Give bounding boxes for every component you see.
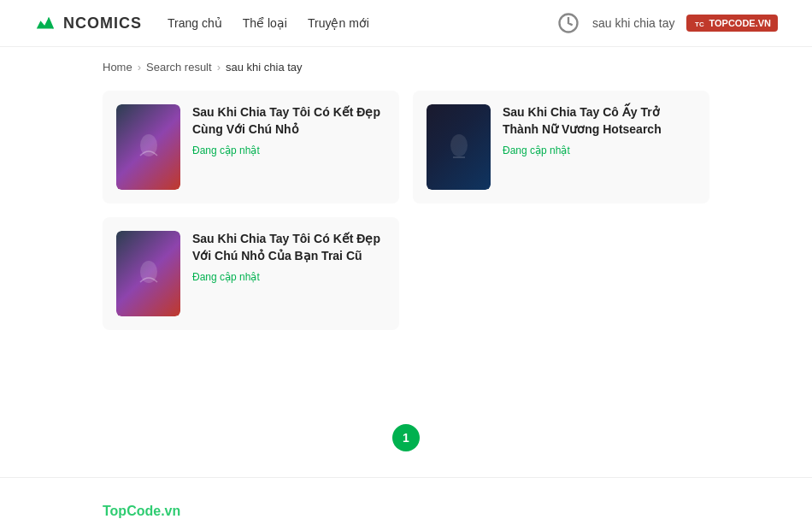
cover-art-2 [446,130,472,164]
result-card-3[interactable]: Sau Khi Chia Tay Tôi Có Kết Đẹp Với Chú … [103,217,399,330]
nav-link-home[interactable]: Trang chủ [168,16,222,30]
topcode-badge[interactable]: TC TOPCODE.VN [686,15,778,32]
card-status-1: Đang cập nhật [192,144,385,156]
logo-text: NCOMICS [63,15,142,32]
result-card-1[interactable]: Sau Khi Chia Tay Tôi Có Kết Đẹp Cùng Với… [103,91,399,203]
logo-link[interactable]: NCOMICS [34,11,142,35]
cover-image-1 [116,104,180,190]
card-status-3: Đang cập nhật [192,271,385,283]
breadcrumb-search-result[interactable]: Search result [146,61,212,74]
main-content: Sau Khi Chia Tay Tôi Có Kết Đẹp Cùng Với… [0,82,812,407]
header-right: sau khi chia tay TC TOPCODE.VN [556,11,778,35]
footer: TopCode.vn © 2024 NComics™. All rights r… [0,477,812,519]
page-button-1[interactable]: 1 [392,424,420,451]
results-grid: Sau Khi Chia Tay Tôi Có Kết Đẹp Cùng Với… [103,91,709,330]
card-cover-3 [116,231,180,316]
card-info-3: Sau Khi Chia Tay Tôi Có Kết Đẹp Với Chú … [192,231,385,283]
breadcrumb-sep-1: › [138,61,141,74]
cover-art-1 [136,130,162,164]
card-info-2: Sau Khi Chia Tay Cô Ấy Trở Thành Nữ Vươn… [503,104,696,156]
nav-item-home[interactable]: Trang chủ [168,16,222,30]
logo-icon [34,11,58,35]
card-status-2: Đang cập nhật [503,144,696,156]
breadcrumb-home[interactable]: Home [103,61,132,74]
history-icon[interactable] [556,11,580,35]
topcode-icon: TC [693,17,705,29]
breadcrumb: Home › Search result › sau khi chia tay [0,47,812,82]
card-title-1: Sau Khi Chia Tay Tôi Có Kết Đẹp Cùng Với… [192,104,385,138]
topcode-label: TOPCODE.VN [709,18,771,28]
card-title-2: Sau Khi Chia Tay Cô Ấy Trở Thành Nữ Vươn… [503,104,696,138]
nav-item-genre[interactable]: Thể loại [243,16,287,30]
pagination: 1 [0,407,812,477]
cover-art-3 [136,257,162,291]
cover-image-3 [116,231,180,316]
card-title-3: Sau Khi Chia Tay Tôi Có Kết Đẹp Với Chú … [192,231,385,264]
nav-links: Trang chủ Thể loại Truyện mới [168,16,369,30]
breadcrumb-current: sau khi chia tay [226,61,303,74]
result-card-2[interactable]: Sau Khi Chia Tay Cô Ấy Trở Thành Nữ Vươn… [413,91,709,203]
nav-link-new[interactable]: Truyện mới [308,16,369,30]
cover-image-2 [427,104,491,190]
card-cover-2 [427,104,491,190]
svg-text:TC: TC [695,21,704,28]
card-info-1: Sau Khi Chia Tay Tôi Có Kết Đẹp Cùng Với… [192,104,385,156]
nav-item-new[interactable]: Truyện mới [308,16,369,30]
card-cover-1 [116,104,180,190]
search-query-display: sau khi chia tay [592,16,675,30]
svg-point-4 [450,134,468,156]
breadcrumb-sep-2: › [217,61,221,74]
footer-brand: TopCode.vn [34,504,778,519]
header: NCOMICS Trang chủ Thể loại Truyện mới sa… [0,0,812,47]
nav-link-genre[interactable]: Thể loại [243,16,287,30]
